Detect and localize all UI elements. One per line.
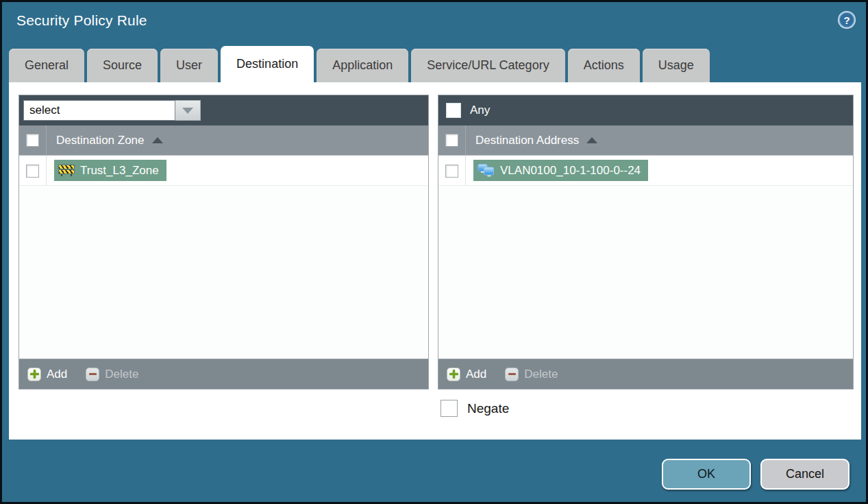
zone-panel-toolbar: select (19, 95, 428, 125)
zone-add-button[interactable]: Add (27, 368, 67, 381)
destination-tab-content: select Destination Zone (9, 82, 861, 440)
address-column-header[interactable]: Destination Address (475, 134, 579, 147)
destination-address-panel: Any Destination Address (438, 95, 854, 389)
zone-select-value[interactable]: select (23, 100, 175, 121)
negate-checkbox[interactable] (441, 400, 458, 417)
address-delete-button[interactable]: Delete (505, 368, 558, 381)
tab-general[interactable]: General (9, 49, 84, 82)
address-select-all-checkbox[interactable] (445, 134, 458, 147)
sort-ascending-icon[interactable] (586, 137, 597, 143)
security-policy-rule-dialog: Security Policy Rule ? General Source Us… (0, 0, 868, 504)
zone-column-header-row: Destination Zone (19, 125, 428, 156)
ok-button[interactable]: OK (662, 459, 751, 490)
zone-panel-footer: Add Delete (19, 359, 428, 389)
zone-select-combobox[interactable]: select (23, 100, 201, 121)
minus-icon (86, 368, 99, 381)
svg-text:?: ? (843, 14, 850, 26)
zone-delete-button[interactable]: Delete (86, 368, 138, 381)
zone-item-trust-l3-zone[interactable]: Trust_L3_Zone (54, 160, 166, 181)
table-row: Trust_L3_Zone (19, 156, 428, 186)
network-computers-icon (478, 163, 495, 178)
tab-source[interactable]: Source (87, 49, 158, 82)
chevron-down-icon (182, 108, 193, 114)
zone-row-checkbox[interactable] (26, 165, 39, 178)
tab-user[interactable]: User (160, 49, 218, 82)
tab-service-url-category[interactable]: Service/URL Category (411, 49, 565, 82)
negate-option: Negate (441, 400, 509, 417)
sort-ascending-icon[interactable] (152, 137, 163, 143)
help-icon[interactable]: ? (837, 10, 856, 29)
zone-select-all-checkbox[interactable] (26, 134, 39, 147)
zone-select-dropdown-button[interactable] (175, 100, 201, 121)
zone-barrier-icon (58, 165, 75, 176)
plus-icon (27, 368, 41, 381)
plus-icon (447, 368, 460, 381)
dialog-surface: Security Policy Rule ? General Source Us… (2, 2, 866, 502)
address-item-label: VLAN0100_10-1-100-0--24 (500, 164, 641, 178)
address-item-vlan0100[interactable]: VLAN0100_10-1-100-0--24 (473, 160, 648, 181)
address-row-checkbox[interactable] (445, 165, 458, 178)
tab-bar: General Source User Destination Applicat… (9, 46, 710, 82)
any-checkbox[interactable] (446, 103, 461, 118)
cancel-button[interactable]: Cancel (760, 459, 850, 490)
tab-application[interactable]: Application (317, 49, 408, 82)
any-label: Any (470, 104, 490, 117)
zone-list: Trust_L3_Zone (19, 156, 428, 359)
tab-actions[interactable]: Actions (568, 49, 640, 82)
dialog-title: Security Policy Rule (16, 12, 147, 29)
negate-label: Negate (467, 401, 509, 416)
destination-zone-panel: select Destination Zone (18, 95, 429, 389)
tab-destination[interactable]: Destination (221, 46, 314, 82)
zone-item-label: Trust_L3_Zone (80, 164, 159, 178)
zone-column-header[interactable]: Destination Zone (56, 134, 145, 147)
address-add-button[interactable]: Add (447, 368, 486, 381)
address-panel-toolbar: Any (438, 95, 853, 125)
address-column-header-row: Destination Address (438, 125, 853, 156)
table-row: VLAN0100_10-1-100-0--24 (438, 156, 853, 186)
tab-usage[interactable]: Usage (643, 49, 710, 82)
address-panel-footer: Add Delete (438, 359, 853, 389)
minus-icon (505, 368, 519, 381)
address-list: VLAN0100_10-1-100-0--24 (438, 156, 853, 359)
